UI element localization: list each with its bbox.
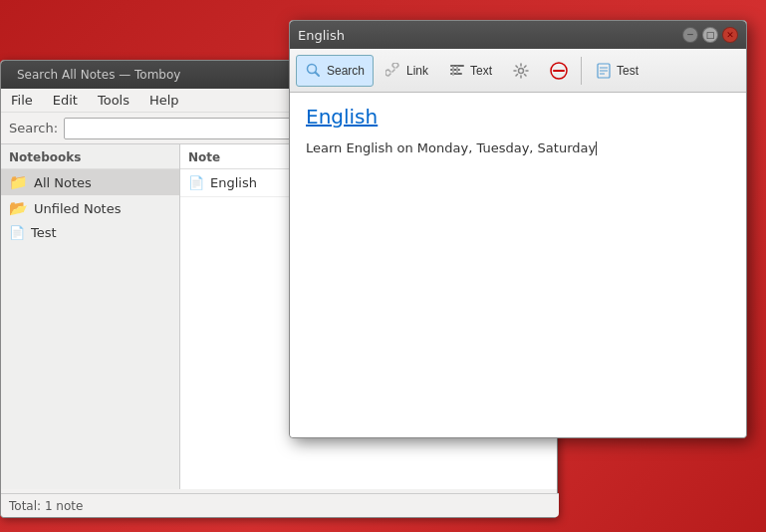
svg-point-7 bbox=[519, 68, 524, 73]
sidebar-item-unfiled[interactable]: 📂 Unfiled Notes bbox=[1, 195, 179, 221]
folder-red-icon: 📂 bbox=[9, 199, 28, 217]
menu-file[interactable]: File bbox=[7, 91, 37, 110]
stop-svg bbox=[550, 62, 568, 80]
close-icon: ✕ bbox=[726, 30, 734, 40]
close-button[interactable]: ✕ bbox=[722, 27, 738, 43]
unfiled-notes-label: Unfiled Notes bbox=[34, 201, 121, 216]
test-toolbar-icon bbox=[595, 62, 613, 80]
note-list-svg bbox=[596, 63, 612, 79]
text-toolbar-button[interactable]: Text bbox=[439, 55, 501, 87]
svg-line-1 bbox=[316, 72, 320, 76]
note-item-label: English bbox=[210, 175, 257, 190]
menu-tools[interactable]: Tools bbox=[94, 91, 133, 110]
link-svg bbox=[385, 63, 401, 79]
maximize-icon: □ bbox=[706, 30, 715, 40]
stop-toolbar-icon bbox=[550, 62, 568, 80]
search-toolbar-button[interactable]: Search bbox=[296, 55, 374, 87]
test-toolbar-label: Test bbox=[617, 64, 638, 78]
search-toolbar-label: Search bbox=[327, 64, 365, 78]
svg-rect-6 bbox=[456, 66, 458, 74]
gear-toolbar-icon bbox=[512, 62, 530, 80]
search-label: Search: bbox=[9, 121, 58, 135]
notebooks-header: Notebooks bbox=[1, 144, 179, 169]
text-toolbar-icon bbox=[448, 62, 466, 80]
fg-window-title: English bbox=[298, 28, 345, 43]
gear-toolbar-button[interactable] bbox=[503, 55, 539, 87]
test-notebook-label: Test bbox=[31, 225, 57, 240]
svg-rect-3 bbox=[450, 69, 460, 71]
text-svg bbox=[449, 63, 465, 79]
note-body[interactable]: Learn English on Monday, Tuesday, Saturd… bbox=[306, 138, 730, 158]
svg-rect-5 bbox=[452, 66, 454, 76]
note-body-text: Learn English on Monday, Tuesday, Saturd… bbox=[306, 140, 596, 155]
text-cursor bbox=[596, 141, 597, 155]
menu-help[interactable]: Help bbox=[145, 91, 183, 110]
minimize-icon: ─ bbox=[687, 30, 692, 40]
note-icon: 📄 bbox=[9, 225, 25, 240]
link-toolbar-button[interactable]: Link bbox=[376, 55, 437, 87]
test-toolbar-button[interactable]: Test bbox=[586, 55, 647, 87]
status-bar: Total: 1 note bbox=[1, 493, 559, 517]
text-toolbar-label: Text bbox=[470, 64, 492, 78]
fg-titlebar: English ─ □ ✕ bbox=[290, 21, 746, 49]
minimize-button[interactable]: ─ bbox=[682, 27, 698, 43]
search-svg bbox=[306, 63, 322, 79]
search-toolbar-icon bbox=[305, 62, 323, 80]
maximize-button[interactable]: □ bbox=[702, 27, 718, 43]
svg-rect-4 bbox=[450, 73, 462, 75]
gear-svg bbox=[513, 63, 529, 79]
bg-window-title: Search All Notes — Tomboy bbox=[17, 68, 180, 82]
note-window: English ─ □ ✕ Search bbox=[289, 20, 747, 438]
folder-yellow-icon: 📁 bbox=[9, 173, 28, 191]
status-text: Total: 1 note bbox=[9, 499, 83, 513]
sidebar-item-all-notes[interactable]: 📁 All Notes bbox=[1, 169, 179, 195]
all-notes-label: All Notes bbox=[34, 175, 92, 190]
window-controls: ─ □ ✕ bbox=[682, 27, 738, 43]
notebooks-sidebar: Notebooks 📁 All Notes 📂 Unfiled Notes 📄 … bbox=[1, 144, 180, 489]
note-title[interactable]: English bbox=[306, 105, 730, 129]
link-toolbar-icon bbox=[384, 62, 402, 80]
stop-toolbar-button[interactable] bbox=[541, 55, 577, 87]
link-toolbar-label: Link bbox=[406, 64, 428, 78]
note-toolbar: Search Link bbox=[290, 49, 746, 93]
menu-edit[interactable]: Edit bbox=[49, 91, 82, 110]
note-content[interactable]: English Learn English on Monday, Tuesday… bbox=[290, 93, 746, 437]
note-item-icon: 📄 bbox=[188, 175, 204, 190]
toolbar-separator bbox=[581, 57, 582, 85]
sidebar-item-test[interactable]: 📄 Test bbox=[1, 221, 179, 244]
